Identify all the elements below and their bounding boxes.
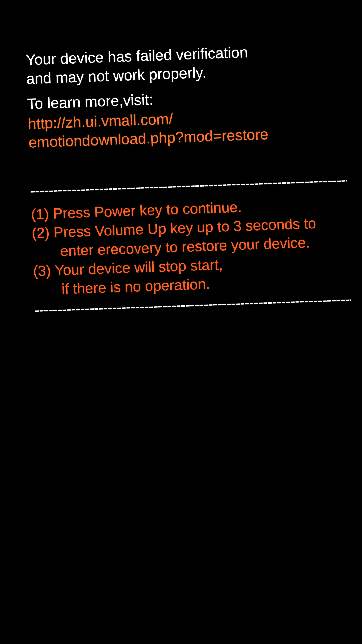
bootloader-warning-screen: Your device has failed verification and … <box>0 0 362 320</box>
instructions-list: (1) Press Power key to continue. (2) Pre… <box>31 194 351 299</box>
verification-error-message: Your device has failed verification and … <box>25 40 343 88</box>
